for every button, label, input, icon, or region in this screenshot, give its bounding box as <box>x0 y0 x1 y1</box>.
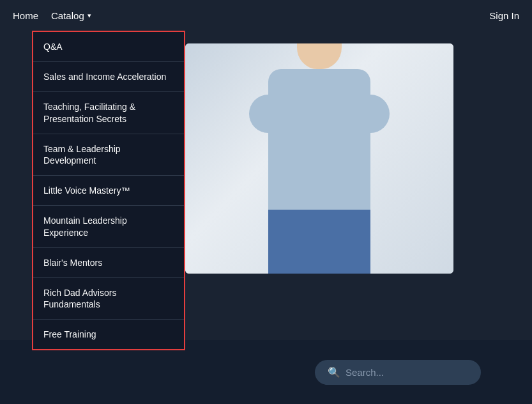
dropdown-item-qa[interactable]: Q&A <box>33 32 184 62</box>
dropdown-item-free-training[interactable]: Free Training <box>33 320 184 349</box>
dropdown-item-blairs-mentors[interactable]: Blair's Mentors <box>33 248 184 278</box>
person-figure <box>268 43 370 274</box>
search-input[interactable] <box>346 367 468 378</box>
dropdown-item-sales-income[interactable]: Sales and Income Acceleration <box>33 62 184 92</box>
hero-person-bg <box>185 43 453 274</box>
dropdown-item-little-voice[interactable]: Little Voice Mastery™ <box>33 176 184 206</box>
nav-signin[interactable]: Sign In <box>489 10 519 21</box>
catalog-label: Catalog <box>51 10 84 21</box>
catalog-dropdown: Q&ASales and Income AccelerationTeaching… <box>32 31 185 350</box>
search-icon: 🔍 <box>328 366 340 378</box>
dropdown-item-rich-dad[interactable]: Rich Dad Advisors Fundamentals <box>33 278 184 320</box>
chevron-down-icon: ▾ <box>87 12 91 20</box>
dropdown-item-team-leadership[interactable]: Team & Leadership Development <box>33 134 184 176</box>
person-body <box>268 69 370 210</box>
dropdown-item-teaching[interactable]: Teaching, Facilitating & Presentation Se… <box>33 92 184 134</box>
search-bar: 🔍 <box>315 360 481 385</box>
person-head <box>297 43 342 69</box>
nav-home[interactable]: Home <box>13 10 38 21</box>
dropdown-item-mountain[interactable]: Mountain Leadership Experience <box>33 206 184 247</box>
nav-catalog[interactable]: Catalog ▾ <box>51 10 91 21</box>
hero-image <box>185 43 453 274</box>
person-arms <box>249 95 390 133</box>
top-nav: Home Catalog ▾ Sign In <box>0 0 532 31</box>
person-jeans <box>268 210 370 274</box>
